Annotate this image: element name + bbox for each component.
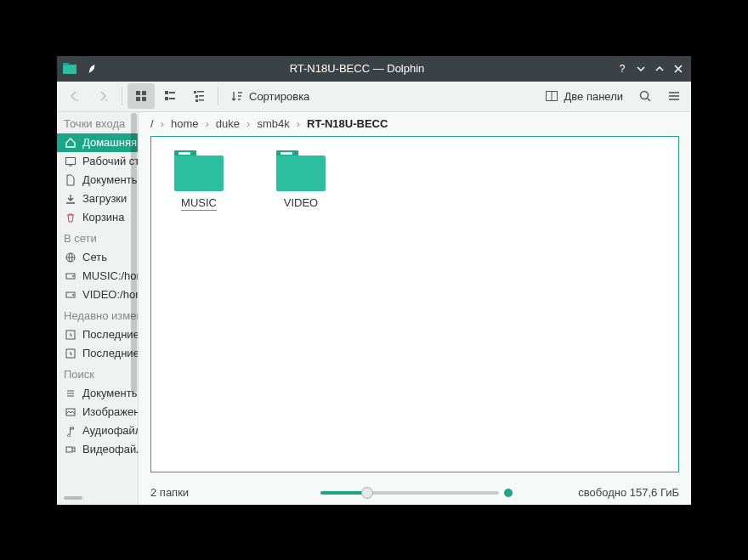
svg-text:?: ?	[620, 63, 626, 75]
recent-icon	[64, 328, 77, 342]
folder-icon	[276, 150, 326, 191]
slider-thumb[interactable]	[361, 487, 373, 499]
svg-rect-1	[63, 63, 69, 65]
drive-icon	[64, 288, 77, 302]
file-view[interactable]: MUSIC VIDEO	[150, 136, 679, 472]
sidebar-section-places: Точки входа	[57, 112, 139, 133]
breadcrumb-part[interactable]: home	[167, 116, 202, 132]
folder-item[interactable]: VIDEO	[267, 150, 335, 209]
sidebar-item-mount-music[interactable]: MUSIC:/home	[57, 267, 139, 286]
breadcrumb-part[interactable]: duke	[212, 116, 243, 132]
svg-rect-41	[66, 447, 72, 452]
main-area: / › home › duke › smb4k › RT-N18U-BECC M…	[139, 112, 691, 505]
image-icon	[64, 405, 77, 419]
sort-label: Сортировка	[249, 90, 309, 103]
svg-rect-14	[197, 91, 204, 93]
sidebar-item-label: Аудиофайлы	[82, 424, 139, 437]
svg-point-3	[76, 99, 78, 101]
svg-rect-5	[136, 91, 140, 95]
download-icon	[64, 192, 77, 206]
sidebar-item-trash[interactable]: Корзина	[57, 208, 139, 227]
sidebar-item-label: Изображения	[82, 405, 139, 418]
split-panels-button[interactable]: Две панели	[538, 83, 630, 109]
search-button[interactable]	[632, 83, 659, 109]
sidebar-item-search-documents[interactable]: Документы	[57, 384, 139, 403]
svg-point-4	[105, 99, 107, 101]
compact-view-button[interactable]	[156, 83, 184, 109]
svg-point-21	[641, 92, 649, 99]
sidebar-item-recent2[interactable]: Последние места	[57, 344, 139, 363]
sidebar-item-search-images[interactable]: Изображения	[57, 403, 139, 421]
help-button[interactable]: ?	[613, 59, 632, 78]
minimize-button[interactable]	[632, 59, 650, 78]
body: Точки входа Домашняя папка Рабочий стол …	[57, 112, 691, 505]
svg-line-22	[648, 99, 651, 102]
svg-rect-26	[66, 157, 76, 164]
hamburger-menu-button[interactable]	[660, 83, 688, 109]
sidebar-item-home[interactable]: Домашняя папка	[57, 133, 139, 152]
music-icon	[64, 424, 77, 438]
sidebar-item-downloads[interactable]: Загрузки	[57, 189, 139, 208]
folder-item[interactable]: MUSIC	[165, 150, 233, 211]
sidebar-item-label: Корзина	[82, 211, 125, 223]
svg-rect-17	[196, 99, 198, 102]
pin-icon[interactable]	[82, 59, 101, 78]
statusbar: 2 папки свободно 157,6 ГиБ	[139, 481, 691, 505]
svg-rect-12	[169, 98, 175, 99]
sidebar-section-search: Поиск	[57, 363, 139, 384]
toolbar: Сортировка Две панели	[57, 82, 691, 112]
svg-rect-8	[142, 97, 146, 101]
sidebar-item-search-audio[interactable]: Аудиофайлы	[57, 421, 139, 440]
document-icon	[64, 173, 77, 187]
sidebar-item-mount-video[interactable]: VIDEO:/home	[57, 286, 139, 304]
svg-rect-15	[196, 95, 198, 98]
sidebar-item-documents[interactable]: Документы	[57, 171, 139, 189]
breadcrumb-part[interactable]: smb4k	[253, 116, 292, 132]
recent-icon	[64, 347, 77, 360]
svg-point-34	[72, 294, 74, 296]
home-icon	[64, 136, 77, 150]
svg-rect-9	[165, 91, 168, 94]
svg-rect-13	[194, 91, 196, 93]
titlebar: RT-N18U-BECC — Dolphin ?	[57, 56, 691, 82]
sidebar-item-network[interactable]: Сеть	[57, 248, 139, 267]
maximize-button[interactable]	[650, 59, 669, 78]
drive-icon	[64, 269, 77, 283]
free-space: свободно 157,6 ГиБ	[521, 486, 679, 499]
sidebar-item-label: Сеть	[82, 251, 107, 263]
breadcrumb-current[interactable]: RT-N18U-BECC	[303, 116, 391, 132]
folder-icon	[174, 150, 224, 191]
app-icon	[60, 59, 79, 78]
svg-point-32	[72, 275, 74, 277]
sidebar-item-label: Загрузки	[82, 192, 127, 205]
folder-label: VIDEO	[284, 196, 318, 209]
sidebar-resize-handle[interactable]	[64, 496, 82, 500]
chevron-right-icon: ›	[297, 117, 300, 130]
sidebar-item-desktop[interactable]: Рабочий стол	[57, 152, 139, 171]
window-title: RT-N18U-BECC — Dolphin	[101, 62, 613, 75]
folder-label: MUSIC	[181, 196, 217, 211]
forward-button[interactable]	[89, 83, 116, 109]
split-panels-label: Две панели	[564, 90, 623, 103]
svg-rect-6	[142, 91, 146, 95]
back-button[interactable]	[60, 83, 88, 109]
sidebar-item-recent1[interactable]: Последние файлы	[57, 325, 139, 344]
chevron-right-icon: ›	[161, 117, 164, 130]
sort-button[interactable]: Сортировка	[224, 83, 316, 109]
sidebar-scrollbar[interactable]	[131, 113, 137, 393]
svg-rect-7	[136, 97, 140, 101]
breadcrumb: / › home › duke › smb4k › RT-N18U-BECC	[139, 112, 691, 136]
dolphin-window: RT-N18U-BECC — Dolphin ?	[57, 56, 691, 505]
sidebar: Точки входа Домашняя папка Рабочий стол …	[57, 112, 139, 505]
separator	[218, 87, 218, 105]
sidebar-item-search-video[interactable]: Видеофайлы	[57, 440, 139, 459]
svg-rect-11	[165, 97, 168, 100]
slider-fill	[320, 491, 367, 495]
details-view-button[interactable]	[185, 83, 212, 109]
close-button[interactable]	[669, 59, 688, 78]
icons-view-button[interactable]	[128, 83, 155, 109]
chevron-right-icon: ›	[246, 117, 250, 130]
zoom-slider[interactable]	[320, 486, 499, 500]
breadcrumb-root[interactable]: /	[147, 116, 157, 132]
svg-rect-10	[169, 92, 175, 93]
